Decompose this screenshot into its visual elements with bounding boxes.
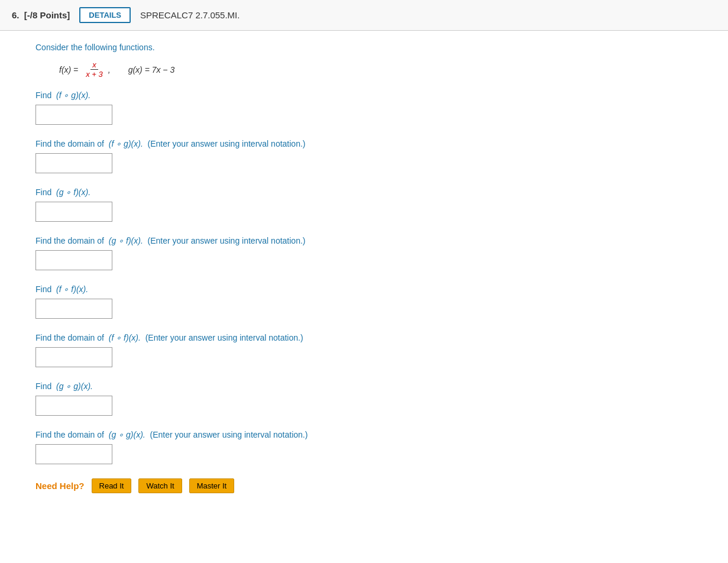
question-block-4: Find the domain of (g ∘ f)(x). (Enter yo…: [35, 236, 693, 270]
answer-input-gof[interactable]: [35, 202, 112, 222]
function-display: f(x) = x x + 3 , g(x) = 7x − 3: [35, 60, 693, 79]
question-block-8: Find the domain of (g ∘ g)(x). (Enter yo…: [35, 430, 693, 464]
question-label-3: Find (g ∘ f)(x).: [35, 187, 693, 197]
question-label-1: Find (f ∘ g)(x).: [35, 90, 693, 100]
read-it-button[interactable]: Read It: [92, 478, 132, 493]
watch-it-button[interactable]: Watch It: [138, 478, 182, 493]
details-button[interactable]: DETAILS: [79, 7, 131, 23]
master-it-button[interactable]: Master It: [189, 478, 235, 493]
question-block-1: Find (f ∘ g)(x).: [35, 90, 693, 125]
question-label-8: Find the domain of (g ∘ g)(x). (Enter yo…: [35, 430, 693, 439]
func-f-label: f(x) =: [59, 65, 80, 75]
answer-input-gof-domain[interactable]: [35, 250, 112, 270]
answer-input-fog-domain[interactable]: [35, 153, 112, 173]
answer-input-fog[interactable]: [35, 105, 112, 125]
question-label-4: Find the domain of (g ∘ f)(x). (Enter yo…: [35, 236, 693, 245]
need-help-section: Need Help? Read It Watch It Master It: [35, 478, 693, 493]
question-label-5: Find (f ∘ f)(x).: [35, 284, 693, 294]
question-label-2: Find the domain of (f ∘ g)(x). (Enter yo…: [35, 139, 693, 148]
answer-input-fof[interactable]: [35, 299, 112, 319]
question-block-6: Find the domain of (f ∘ f)(x). (Enter yo…: [35, 333, 693, 367]
answer-input-fof-domain[interactable]: [35, 347, 112, 367]
problem-code: SPRECALC7 2.7.055.MI.: [140, 10, 240, 20]
fraction: x x + 3: [84, 60, 105, 79]
need-help-label: Need Help?: [35, 481, 85, 491]
question-block-2: Find the domain of (f ∘ g)(x). (Enter yo…: [35, 139, 693, 173]
question-block-5: Find (f ∘ f)(x).: [35, 284, 693, 319]
answer-input-gog-domain[interactable]: [35, 444, 112, 464]
question-block-7: Find (g ∘ g)(x).: [35, 381, 693, 416]
answer-input-gog[interactable]: [35, 396, 112, 416]
question-label-7: Find (g ∘ g)(x).: [35, 381, 693, 391]
question-label-6: Find the domain of (f ∘ f)(x). (Enter yo…: [35, 333, 693, 342]
intro-text: Consider the following functions.: [35, 43, 693, 52]
question-block-3: Find (g ∘ f)(x).: [35, 187, 693, 222]
func-g: g(x) = 7x − 3: [128, 65, 175, 75]
problem-number: 6. [-/8 Points]: [12, 10, 70, 20]
